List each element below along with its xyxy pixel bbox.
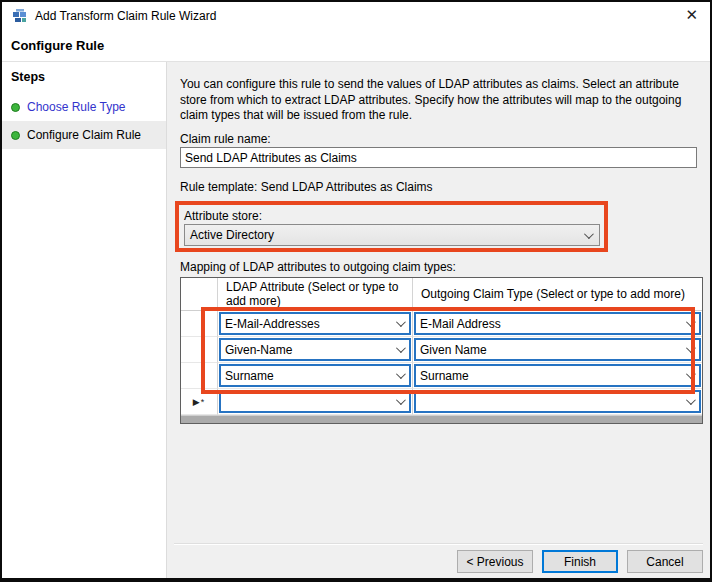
- sidebar-item-configure-claim-rule[interactable]: Configure Claim Rule: [2, 121, 166, 149]
- table-row: Given-Name Given Name: [181, 337, 702, 363]
- chevron-down-icon: [396, 369, 406, 379]
- ldap-attribute-select[interactable]: [219, 390, 411, 413]
- outgoing-claim-type-value: Surname: [420, 369, 469, 383]
- chevron-down-icon: [396, 395, 406, 405]
- outgoing-claim-type-select[interactable]: [414, 390, 701, 413]
- row-selector-header: [181, 278, 218, 310]
- new-row-icon: ▶*: [193, 397, 205, 407]
- footer-divider: [174, 543, 703, 545]
- outgoing-claim-type-value: Given Name: [420, 343, 487, 357]
- content-panel: You can configure this rule to send the …: [167, 62, 710, 578]
- cancel-button[interactable]: Cancel: [627, 550, 703, 573]
- ldap-attribute-select[interactable]: Given-Name: [219, 338, 411, 361]
- attribute-store-select[interactable]: Active Directory: [184, 224, 600, 246]
- row-selector[interactable]: [181, 337, 218, 363]
- mapping-table: LDAP Attribute (Select or type to add mo…: [180, 277, 703, 424]
- step-label: Configure Claim Rule: [27, 128, 141, 142]
- chevron-down-icon: [686, 369, 696, 379]
- column-header-ldap-attribute: LDAP Attribute (Select or type to add mo…: [218, 278, 413, 310]
- close-icon[interactable]: ✕: [685, 7, 698, 22]
- footer-buttons: < Previous Finish Cancel: [457, 550, 703, 573]
- claim-rule-name-label: Claim rule name:: [180, 132, 271, 146]
- chevron-down-icon: [584, 229, 594, 239]
- outgoing-claim-type-select[interactable]: E-Mail Address: [414, 312, 701, 335]
- rule-template-text: Rule template: Send LDAP Attributes as C…: [180, 180, 433, 194]
- chevron-down-icon: [396, 343, 406, 353]
- step-bullet-icon: [11, 103, 20, 112]
- previous-button[interactable]: < Previous: [457, 550, 533, 573]
- wizard-window: Add Transform Claim Rule Wizard ✕ Config…: [0, 0, 712, 582]
- chevron-down-icon: [396, 317, 406, 327]
- row-selector[interactable]: [181, 311, 218, 337]
- window-title: Add Transform Claim Rule Wizard: [35, 9, 216, 23]
- description-text: You can configure this rule to send the …: [180, 77, 700, 124]
- step-bullet-icon: [11, 131, 20, 140]
- chevron-down-icon: [686, 395, 696, 405]
- mapping-label: Mapping of LDAP attributes to outgoing c…: [180, 260, 456, 274]
- ldap-attribute-value: Surname: [225, 369, 274, 383]
- outgoing-claim-type-value: E-Mail Address: [420, 317, 501, 331]
- page-title: Configure Rule: [2, 30, 710, 62]
- sidebar-item-choose-rule-type[interactable]: Choose Rule Type: [2, 93, 166, 121]
- table-row: Surname Surname: [181, 363, 702, 389]
- title-bar: Add Transform Claim Rule Wizard ✕: [2, 2, 710, 30]
- ldap-attribute-select[interactable]: Surname: [219, 364, 411, 387]
- table-row-new: ▶*: [181, 389, 702, 415]
- chevron-down-icon: [686, 343, 696, 353]
- ldap-attribute-value: Given-Name: [225, 343, 292, 357]
- claim-rule-name-input[interactable]: [180, 147, 697, 168]
- attribute-store-value: Active Directory: [190, 228, 274, 242]
- table-row: E-Mail-Addresses E-Mail Address: [181, 311, 702, 337]
- row-selector-new-row[interactable]: ▶*: [181, 389, 218, 415]
- wizard-app-icon: [12, 8, 28, 24]
- step-label: Choose Rule Type: [27, 100, 126, 114]
- outgoing-claim-type-select[interactable]: Given Name: [414, 338, 701, 361]
- ldap-attribute-value: E-Mail-Addresses: [225, 317, 320, 331]
- ldap-attribute-select[interactable]: E-Mail-Addresses: [219, 312, 411, 335]
- outgoing-claim-type-select[interactable]: Surname: [414, 364, 701, 387]
- steps-header: Steps: [2, 62, 166, 93]
- table-empty-area: [181, 415, 702, 423]
- attribute-store-label: Attribute store:: [184, 209, 262, 223]
- steps-sidebar: Steps Choose Rule Type Configure Claim R…: [2, 62, 167, 578]
- column-header-outgoing-claim-type: Outgoing Claim Type (Select or type to a…: [413, 278, 702, 310]
- chevron-down-icon: [686, 317, 696, 327]
- row-selector[interactable]: [181, 363, 218, 389]
- table-header-row: LDAP Attribute (Select or type to add mo…: [181, 278, 702, 311]
- finish-button[interactable]: Finish: [542, 550, 618, 573]
